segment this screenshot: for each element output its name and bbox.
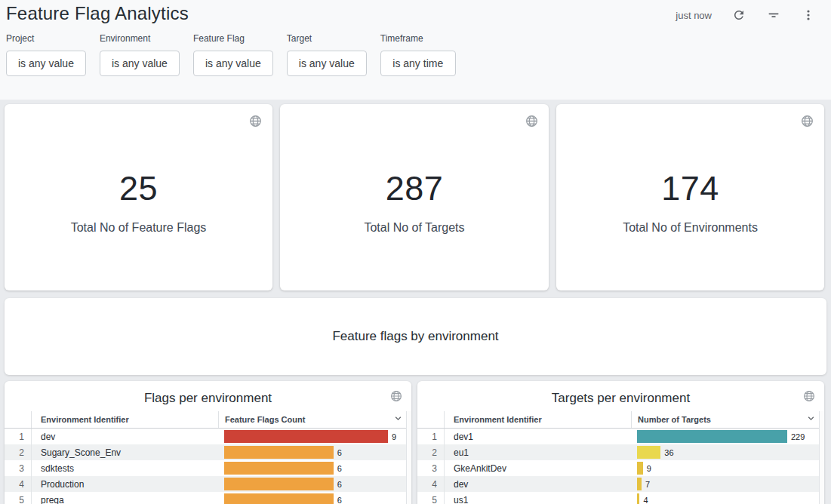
globe-icon: [249, 118, 262, 130]
row-number-header: [417, 411, 445, 428]
refresh-button[interactable]: [727, 6, 751, 24]
tile-actions-button[interactable]: [389, 389, 404, 406]
value-bar: [637, 446, 660, 459]
row-index: 5: [5, 492, 32, 504]
filter-timeframe: Timeframe is any time: [380, 33, 456, 76]
globe-icon: [390, 393, 402, 404]
chevron-down-icon: [392, 413, 404, 426]
table-row: 4 Production 6: [5, 476, 411, 492]
environment-identifier-cell: sdktests: [32, 463, 219, 474]
value-bar-cell: 4: [632, 493, 824, 504]
dashboard-header: Feature Flag Analytics just now: [0, 0, 831, 100]
value-label: 6: [334, 496, 342, 504]
kpi-label: Total No of Feature Flags: [5, 221, 272, 235]
value-bar-cell: 229: [632, 430, 824, 443]
kpi-tile-environments: 174 Total No of Environments: [556, 104, 824, 290]
table-scrollbar[interactable]: [406, 411, 411, 504]
environment-identifier-cell: eu1: [445, 447, 632, 458]
table-body: 1 dev 9 2 Sugary_Scone_Env 6 3 sdktests …: [5, 429, 411, 504]
column-header-number-of-targets[interactable]: Number of Targets: [632, 413, 824, 426]
value-bar-cell: 6: [219, 478, 411, 490]
value-bar: [224, 493, 334, 504]
table-header-row: Environment Identifier Number of Targets: [417, 411, 824, 429]
tile-actions-button[interactable]: [802, 389, 817, 406]
filter-bar: Project is any value Environment is any …: [0, 24, 831, 76]
kpi-value: 174: [556, 169, 824, 208]
filter-label: Timeframe: [380, 33, 456, 44]
globe-icon: [803, 393, 815, 404]
kpi-label: Total No of Environments: [556, 221, 824, 235]
row-index: 2: [417, 444, 445, 460]
row-index: 5: [417, 492, 445, 504]
kpi-label: Total No of Targets: [280, 221, 549, 235]
table-title: Flags per environment: [144, 386, 272, 406]
filters-toggle-button[interactable]: [762, 6, 786, 24]
table-row: 2 Sugary_Scone_Env 6: [5, 444, 411, 460]
kpi-content: 287 Total No of Targets: [280, 169, 549, 235]
kpi-tile-targets: 287 Total No of Targets: [280, 104, 549, 290]
kebab-menu-icon: [802, 8, 815, 22]
column-header-feature-flags-count[interactable]: Feature Flags Count: [219, 413, 411, 426]
value-label: 6: [334, 464, 342, 473]
row-index: 1: [417, 429, 445, 444]
value-bar-cell: 7: [632, 478, 824, 490]
section-title-tile: Feature flags by environment: [5, 298, 826, 375]
table-row: 5 us1 4: [417, 492, 824, 504]
value-bar-cell: 9: [219, 430, 411, 443]
filter-environment: Environment is any value: [100, 33, 180, 76]
column-header-environment-identifier[interactable]: Environment Identifier: [445, 411, 632, 428]
row-index: 1: [5, 429, 32, 444]
table-title: Targets per environment: [552, 386, 690, 406]
filter-label: Environment: [100, 33, 180, 44]
tile-actions-button[interactable]: [248, 113, 263, 131]
environment-identifier-cell: us1: [445, 495, 632, 504]
table-header-row: Environment Identifier Feature Flags Cou…: [5, 411, 411, 429]
value-bar: [224, 478, 334, 490]
tile-actions-button[interactable]: [524, 113, 540, 131]
table-title-bar: Flags per environment: [5, 381, 411, 411]
table-title-bar: Targets per environment: [417, 381, 824, 411]
column-header-environment-identifier[interactable]: Environment Identifier: [32, 411, 219, 428]
row-number-header: [5, 411, 32, 428]
table-row: 4 dev 7: [417, 476, 824, 492]
section-title: Feature flags by environment: [332, 329, 498, 344]
value-bar: [224, 446, 334, 459]
chevron-down-icon: [805, 413, 817, 426]
filter-project-value-button[interactable]: is any value: [6, 51, 86, 76]
value-label: 4: [639, 496, 648, 504]
value-bar-cell: 6: [219, 493, 411, 504]
filter-target: Target is any value: [287, 33, 367, 76]
value-bar-cell: 9: [632, 462, 824, 475]
table-scrollbar[interactable]: [819, 411, 824, 504]
environment-identifier-cell: Sugary_Scone_Env: [32, 447, 219, 458]
environment-identifier-cell: dev: [445, 479, 632, 490]
kpi-tile-feature-flags: 25 Total No of Feature Flags: [5, 104, 272, 290]
globe-icon: [525, 118, 538, 130]
value-bar: [224, 462, 334, 475]
targets-per-environment-tile: Targets per environment Environment Iden…: [417, 381, 824, 504]
filter-feature-flag-value-button[interactable]: is any value: [193, 51, 273, 76]
table-row: 3 GkeAnkitDev 9: [417, 460, 824, 476]
table-row: 2 eu1 36: [417, 444, 824, 460]
refresh-status: just now: [676, 10, 712, 21]
filter-timeframe-value-button[interactable]: is any time: [380, 51, 456, 76]
value-label: 6: [334, 448, 342, 457]
environment-identifier-cell: prega: [32, 495, 219, 504]
row-index: 4: [5, 476, 32, 492]
more-menu-button[interactable]: [796, 6, 820, 24]
value-label: 7: [642, 480, 650, 489]
value-bar: [637, 430, 787, 443]
page-title: Feature Flag Analytics: [6, 2, 189, 24]
value-label: 9: [643, 464, 651, 473]
kpi-value: 287: [280, 169, 549, 208]
filter-environment-value-button[interactable]: is any value: [100, 51, 180, 76]
flags-per-environment-tile: Flags per environment Environment Identi…: [5, 381, 411, 504]
tile-actions-button[interactable]: [799, 113, 815, 131]
filter-label: Feature Flag: [193, 33, 273, 44]
filter-feature-flag: Feature Flag is any value: [193, 33, 273, 76]
filter-target-value-button[interactable]: is any value: [287, 51, 367, 76]
value-bar-cell: 36: [632, 446, 824, 459]
environment-identifier-cell: Production: [32, 479, 219, 490]
kpi-content: 174 Total No of Environments: [556, 169, 824, 235]
refresh-icon: [732, 8, 746, 22]
